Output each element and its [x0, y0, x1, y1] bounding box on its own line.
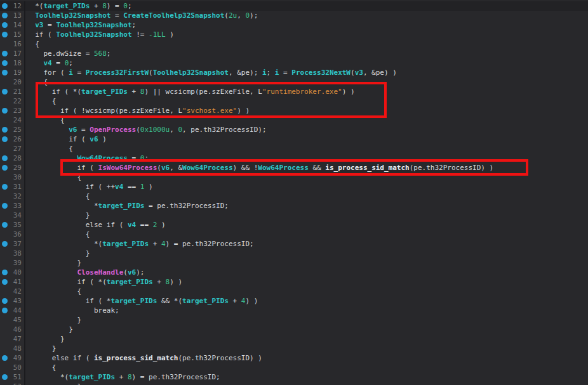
- gutter-cell[interactable]: 45: [0, 315, 25, 325]
- gutter-cell[interactable]: 30: [0, 173, 25, 182]
- gutter-cell[interactable]: 42: [0, 287, 25, 296]
- breakpoint-dot[interactable]: [2, 298, 8, 304]
- code-line[interactable]: 20 {: [0, 77, 588, 87]
- code-text[interactable]: {: [25, 173, 588, 182]
- gutter-cell[interactable]: 13: [0, 11, 25, 20]
- gutter-cell[interactable]: 39: [0, 258, 25, 268]
- gutter-cell[interactable]: 32: [0, 192, 25, 201]
- code-text[interactable]: {: [25, 77, 588, 87]
- gutter-cell[interactable]: 28: [0, 153, 25, 163]
- code-text[interactable]: if ( ++v4 == 1 ): [25, 182, 588, 192]
- code-text[interactable]: pe.dwSize = 568;: [25, 49, 588, 58]
- code-text[interactable]: }: [25, 344, 588, 353]
- gutter-cell[interactable]: 33: [0, 201, 25, 211]
- gutter-cell[interactable]: 20: [0, 77, 25, 87]
- code-text[interactable]: }: [25, 315, 588, 325]
- gutter-cell[interactable]: 44: [0, 306, 25, 315]
- breakpoint-dot[interactable]: [2, 32, 8, 37]
- gutter-cell[interactable]: 24: [0, 115, 25, 125]
- code-text[interactable]: if ( v6 ): [25, 134, 588, 144]
- code-line[interactable]: 25 v6 = OpenProcess(0x1000u, 0, pe.th32P…: [0, 125, 588, 134]
- gutter-cell[interactable]: 16: [0, 39, 25, 49]
- gutter-cell[interactable]: 29: [0, 163, 25, 173]
- code-line[interactable]: 38 }: [0, 249, 588, 258]
- code-line[interactable]: 36 {: [0, 230, 588, 239]
- breakpoint-dot[interactable]: [2, 374, 8, 380]
- gutter-cell[interactable]: 14: [0, 20, 25, 30]
- code-line[interactable]: 17 pe.dwSize = 568;: [0, 49, 588, 58]
- gutter-cell[interactable]: 50: [0, 363, 25, 372]
- code-text[interactable]: {: [25, 287, 588, 296]
- gutter-cell[interactable]: 52: [0, 382, 25, 385]
- code-text[interactable]: }: [25, 211, 588, 220]
- breakpoint-dot[interactable]: [2, 3, 8, 9]
- breakpoint-dot[interactable]: [2, 13, 8, 18]
- code-line[interactable]: 48 }: [0, 344, 588, 353]
- code-text[interactable]: {: [25, 115, 588, 125]
- code-line[interactable]: 37 *(target_PIDs + 4) = pe.th32ProcessID…: [0, 239, 588, 249]
- code-text[interactable]: {: [25, 192, 588, 201]
- code-line[interactable]: 14 v3 = Toolhelp32Snapshot;: [0, 20, 588, 30]
- gutter-cell[interactable]: 49: [0, 353, 25, 363]
- code-text[interactable]: v3 = Toolhelp32Snapshot;: [25, 20, 588, 30]
- code-line[interactable]: 47 }: [0, 334, 588, 344]
- gutter-cell[interactable]: 22: [0, 96, 25, 106]
- code-text[interactable]: if ( Toolhelp32Snapshot != -1LL ): [25, 30, 588, 39]
- gutter-cell[interactable]: 15: [0, 30, 25, 39]
- breakpoint-dot[interactable]: [2, 60, 8, 66]
- gutter-cell[interactable]: 17: [0, 49, 25, 58]
- breakpoint-dot[interactable]: [2, 136, 8, 142]
- gutter-cell[interactable]: 26: [0, 134, 25, 144]
- code-text[interactable]: for ( i = Process32FirstW(Toolhelp32Snap…: [25, 68, 588, 77]
- code-line[interactable]: 51 *(target_PIDs + 8) = pe.th32ProcessID…: [0, 372, 588, 382]
- code-text[interactable]: v4 = 0;: [25, 58, 588, 68]
- breakpoint-dot[interactable]: [2, 165, 8, 171]
- code-line[interactable]: 19 for ( i = Process32FirstW(Toolhelp32S…: [0, 68, 588, 77]
- gutter-cell[interactable]: 18: [0, 58, 25, 68]
- gutter-cell[interactable]: 48: [0, 344, 25, 353]
- code-line[interactable]: 49 else if ( is_process_sid_match(pe.th3…: [0, 353, 588, 363]
- gutter-cell[interactable]: 34: [0, 211, 25, 220]
- breakpoint-dot[interactable]: [2, 89, 8, 95]
- gutter-cell[interactable]: 27: [0, 144, 25, 153]
- code-line[interactable]: 22 {: [0, 96, 588, 106]
- code-line[interactable]: 23 if ( !wcsicmp(pe.szExeFile, L"svchost…: [0, 106, 588, 115]
- code-line[interactable]: 43 if ( *target_PIDs && *(target_PIDs + …: [0, 296, 588, 306]
- breakpoint-dot[interactable]: [2, 22, 8, 28]
- gutter-cell[interactable]: 35: [0, 220, 25, 230]
- code-line[interactable]: 24 {: [0, 115, 588, 125]
- code-line[interactable]: 35 else if ( v4 == 2 ): [0, 220, 588, 230]
- breakpoint-dot[interactable]: [2, 241, 8, 247]
- code-text[interactable]: else if ( is_process_sid_match(pe.th32Pr…: [25, 353, 588, 363]
- gutter-cell[interactable]: 36: [0, 230, 25, 239]
- code-line[interactable]: 33 *target_PIDs = pe.th32ProcessID;: [0, 201, 588, 211]
- code-line[interactable]: 39 }: [0, 258, 588, 268]
- code-text[interactable]: *target_PIDs = pe.th32ProcessID;: [25, 201, 588, 211]
- code-line[interactable]: 31 if ( ++v4 == 1 ): [0, 182, 588, 192]
- code-text[interactable]: *(target_PIDs + 8) = pe.th32ProcessID;: [25, 372, 588, 382]
- gutter-cell[interactable]: 47: [0, 334, 25, 344]
- code-line[interactable]: 13 Toolhelp32Snapshot = CreateToolhelp32…: [0, 11, 588, 20]
- code-text[interactable]: CloseHandle(v6);: [25, 268, 588, 277]
- gutter-cell[interactable]: 25: [0, 125, 25, 134]
- code-line[interactable]: 34 }: [0, 211, 588, 220]
- code-line[interactable]: 28 Wow64Process = 0;: [0, 153, 588, 163]
- code-line[interactable]: 21 if ( *(target_PIDs + 8) || wcsicmp(pe…: [0, 87, 588, 96]
- code-text[interactable]: {: [25, 144, 588, 153]
- gutter-cell[interactable]: 46: [0, 325, 25, 334]
- code-line[interactable]: 12 *(target_PIDs + 8) = 0;: [0, 1, 588, 11]
- code-text[interactable]: *(target_PIDs + 8) = 0;: [25, 1, 588, 11]
- breakpoint-dot[interactable]: [2, 70, 8, 75]
- code-line[interactable]: 45 }: [0, 315, 588, 325]
- breakpoint-dot[interactable]: [2, 155, 8, 161]
- code-text[interactable]: }: [25, 382, 588, 385]
- breakpoint-dot[interactable]: [2, 127, 8, 133]
- code-line[interactable]: 42 {: [0, 287, 588, 296]
- code-text[interactable]: {: [25, 96, 588, 106]
- breakpoint-dot[interactable]: [2, 51, 8, 56]
- code-text[interactable]: if ( *target_PIDs && *(target_PIDs + 4) …: [25, 296, 588, 306]
- code-line[interactable]: 50 {: [0, 363, 588, 372]
- code-line[interactable]: 18 v4 = 0;: [0, 58, 588, 68]
- gutter-cell[interactable]: 12: [0, 1, 25, 11]
- code-text[interactable]: if ( !wcsicmp(pe.szExeFile, L"svchost.ex…: [25, 106, 588, 115]
